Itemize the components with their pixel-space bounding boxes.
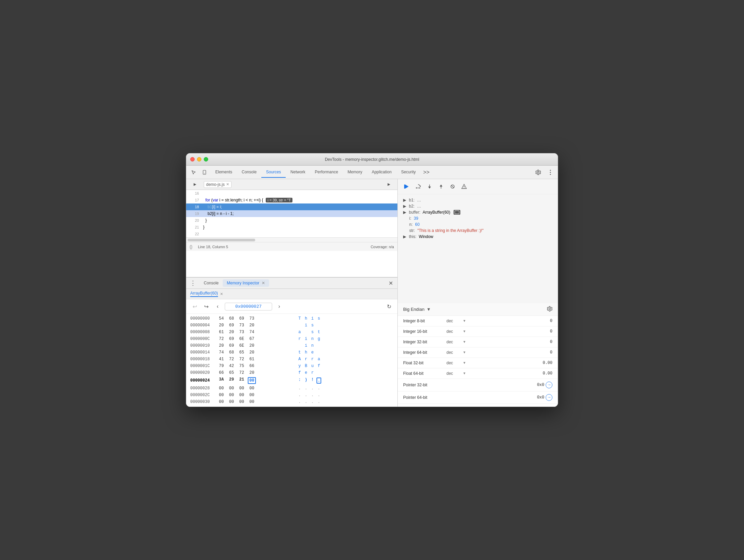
svg-point-23: [549, 308, 551, 309]
source-viewer: demo-js.js ✕ 16 17 for (var i: [186, 179, 397, 277]
code-line-17: 17 for (var i = str.length; i < n; ++i) …: [186, 197, 397, 203]
hex-row: 00000004 20 69 73 20 i s: [186, 322, 397, 329]
memory-inspector-close[interactable]: ✕: [262, 281, 265, 285]
tab-elements[interactable]: Elements: [211, 167, 237, 178]
mobile-icon[interactable]: [200, 168, 209, 177]
svg-point-1: [204, 173, 205, 174]
address-input[interactable]: [225, 303, 272, 310]
svg-point-3: [550, 170, 551, 171]
expand-arrow[interactable]: ▶: [403, 234, 406, 239]
arraybuffer-close[interactable]: ✕: [220, 292, 223, 296]
scope-item-i: i: 39: [398, 215, 558, 221]
value-row-float32: Float 32-bit dec ▼ 0.00: [398, 358, 558, 368]
hex-row: 00000014 74 68 65 20 t h e: [186, 349, 397, 356]
tab-console[interactable]: Console: [237, 167, 261, 178]
bottom-tab-bar: ⋮ Console Memory Inspector ✕ ✕: [186, 277, 397, 289]
svg-marker-17: [440, 185, 442, 187]
nav-back-button[interactable]: ↩: [190, 302, 199, 311]
svg-point-5: [550, 174, 551, 175]
scope-item-b1: ▶ b1: …: [398, 197, 558, 203]
code-line-16: 16: [186, 190, 397, 197]
tab-memory[interactable]: Memory: [343, 167, 367, 178]
expand-arrow[interactable]: ▶: [403, 210, 406, 215]
resume-button[interactable]: [402, 182, 411, 191]
svg-marker-10: [420, 186, 421, 187]
more-tabs-button[interactable]: >>: [420, 168, 432, 177]
pointer-navigate-64[interactable]: →: [546, 394, 552, 401]
svg-rect-13: [418, 187, 418, 189]
hex-row: 00000018 41 72 72 61 A r r a: [186, 356, 397, 363]
pause-exception-button[interactable]: [459, 182, 469, 191]
expand-arrow[interactable]: ▶: [403, 198, 406, 202]
status-bar: {} Line 18, Column 5 Coverage: n/a: [186, 242, 397, 251]
more-options-icon[interactable]: [546, 168, 555, 177]
expand-arrow[interactable]: ▶: [403, 204, 406, 209]
settings-icon[interactable]: [533, 168, 543, 177]
tab-security[interactable]: Security: [396, 167, 420, 178]
svg-rect-9: [404, 185, 405, 189]
memory-icon[interactable]: [454, 210, 460, 215]
cursor-icon[interactable]: [189, 168, 198, 177]
hex-row: 00000028 00 00 00 00 . . . .: [186, 385, 397, 392]
scrollbar-thumb[interactable]: [188, 239, 255, 241]
tab-sources[interactable]: Sources: [261, 167, 286, 178]
hex-row: 0000002C 00 00 00 00 . . . .: [186, 392, 397, 399]
refresh-button[interactable]: ↻: [385, 302, 393, 311]
svg-marker-15: [428, 187, 431, 189]
source-arrow-icon[interactable]: [190, 180, 200, 189]
svg-point-4: [550, 172, 551, 173]
hex-row: 0000000C 72 69 6E 67 r i n g: [186, 336, 397, 342]
step-out-button[interactable]: [436, 182, 446, 191]
scope-item-n: n: 60: [398, 221, 558, 228]
svg-rect-11: [416, 187, 417, 189]
endian-label: Big Endian: [403, 307, 424, 312]
panel-dots-button[interactable]: ⋮: [189, 279, 197, 287]
step-into-button[interactable]: [425, 182, 434, 191]
horizontal-scrollbar[interactable]: [186, 237, 397, 242]
svg-point-2: [538, 171, 539, 173]
svg-marker-8: [405, 185, 409, 189]
left-column: demo-js.js ✕ 16 17 for (var i: [186, 179, 398, 407]
tab-application[interactable]: Application: [367, 167, 396, 178]
tab-memory-inspector[interactable]: Memory Inspector ✕: [223, 279, 269, 287]
value-row-int64: Integer 64-bit dec ▼ 0: [398, 347, 558, 358]
coverage-status: Coverage: n/a: [371, 245, 394, 249]
value-row-int32: Integer 32-bit dec ▼ 0: [398, 337, 558, 347]
svg-point-22: [464, 188, 464, 188]
file-tab-right-icon[interactable]: [385, 180, 393, 189]
deactivate-button[interactable]: [448, 182, 457, 191]
tab-performance[interactable]: Performance: [310, 167, 343, 178]
nav-next-button[interactable]: ›: [275, 302, 284, 311]
minimize-button[interactable]: [197, 157, 201, 161]
hex-row: 00000020 66 65 72 20 f e r: [186, 369, 397, 376]
svg-marker-7: [388, 183, 390, 186]
address-nav-row: ↩ ↪ ‹ › ↻: [186, 299, 397, 314]
close-button[interactable]: [190, 157, 195, 161]
file-tab-close[interactable]: ✕: [226, 182, 229, 187]
svg-rect-12: [419, 187, 420, 189]
code-line-19: 19 b2[i] = n - i - 1;: [186, 210, 397, 217]
panel-close-button[interactable]: ✕: [387, 279, 395, 287]
inspector-settings-button[interactable]: [547, 306, 552, 313]
nav-forward-button[interactable]: ↪: [202, 302, 211, 311]
step-over-button[interactable]: [413, 182, 423, 191]
line-column-status: Line 18, Column 5: [198, 245, 228, 249]
svg-marker-6: [194, 183, 196, 186]
code-line-20: 20 }: [186, 217, 397, 224]
value-row-float64: Float 64-bit dec ▼ 0.00 ➘: [398, 368, 558, 379]
maximize-button[interactable]: [204, 157, 208, 161]
tab-network[interactable]: Network: [286, 167, 310, 178]
scope-item-buffer: ▶ buffer: ArrayBuffer(60): [398, 209, 558, 215]
pointer-navigate-32[interactable]: →: [546, 382, 552, 388]
arraybuffer-label[interactable]: ArrayBuffer(60): [190, 291, 218, 297]
memory-section: ⋮ Console Memory Inspector ✕ ✕ ArrayBuff…: [186, 277, 397, 407]
file-tab-demo-js[interactable]: demo-js.js ✕: [204, 181, 232, 188]
tab-console-bottom[interactable]: Console: [200, 279, 223, 287]
endian-selector[interactable]: Big Endian ▼: [403, 307, 431, 312]
hex-row: 00000008 61 20 73 74 a s t: [186, 329, 397, 336]
nav-prev-button[interactable]: ‹: [213, 302, 222, 311]
hex-row: 00000000 54 68 69 73 T h i s: [186, 315, 397, 322]
main-area: demo-js.js ✕ 16 17 for (var i: [186, 179, 558, 407]
scope-item-this: ▶ this: Window: [398, 234, 558, 240]
file-tab-label: demo-js.js: [206, 182, 225, 187]
